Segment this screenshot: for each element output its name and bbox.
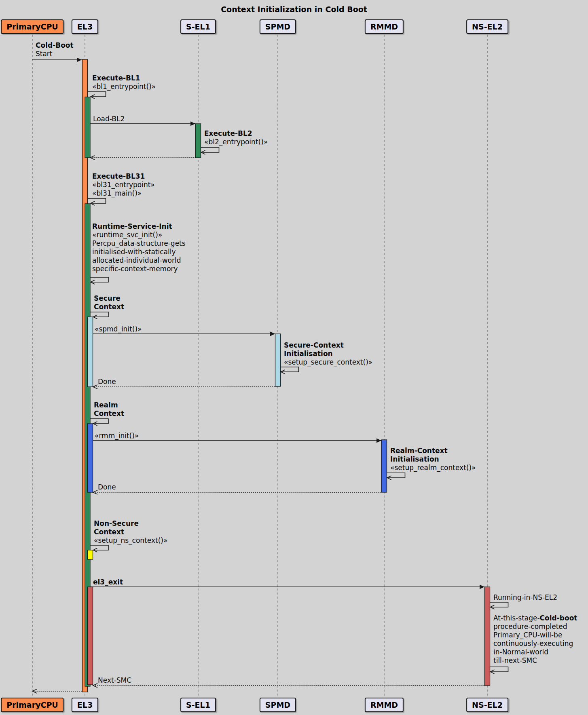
label-spmd-init: «spmd_init()» — [95, 325, 142, 333]
label-non-secure-context: Non-SecureContext«setup_ns_context()» — [94, 519, 167, 545]
participant-top-EL3: EL3 — [72, 19, 98, 34]
participant-bottom-RMMD: RMMD — [365, 698, 404, 712]
label-rmm-init: «rmm_init()» — [95, 432, 139, 440]
self-message-running-in-ns-el2 — [490, 602, 508, 607]
participant-top-PrimaryCPU: PrimaryCPU — [1, 19, 63, 34]
label-done-realm: Done — [98, 483, 116, 491]
arrowhead-rmm-init — [376, 439, 381, 443]
self-message-secure-context-initialisation — [281, 367, 299, 372]
activation-bar-NS-EL2-10 — [485, 587, 490, 685]
diagram-title: Context Initialization in Cold Boot — [0, 5, 588, 14]
arrowhead-return-to-primary-cpu — [32, 689, 37, 693]
arrowhead-load-bl2 — [190, 122, 195, 126]
self-message-non-secure-context — [90, 545, 108, 550]
label-execute-bl31: Execute-BL31«bl31_entrypoint»«bl31_main(… — [92, 172, 155, 198]
self-message-execute-bl31 — [88, 198, 106, 203]
label-realm-context-initialisation: Realm-ContextInitialisation«setup_realm_… — [390, 447, 476, 472]
activation-bar-EL3-5 — [88, 550, 93, 559]
arrowhead-spmd-init — [270, 332, 275, 336]
participant-bottom-S-EL1: S-EL1 — [180, 698, 216, 712]
participant-top-SPMD: SPMD — [260, 19, 296, 34]
sequence-diagram-canvas: Context Initialization in Cold Boot Prim… — [0, 0, 588, 715]
label-execute-bl1: Execute-BL1«bl1_entrypoint()» — [92, 74, 156, 91]
participant-bottom-NS-EL2: NS-EL2 — [466, 698, 508, 712]
participant-bottom-EL3: EL3 — [72, 698, 98, 712]
label-cold-boot-start: Cold-BootStart — [36, 41, 74, 58]
activation-bar-EL3-3 — [88, 317, 93, 387]
participant-top-S-EL1: S-EL1 — [180, 19, 216, 34]
label-next-smc: Next-SMC — [98, 676, 131, 685]
self-message-cold-boot-completed-note — [490, 667, 508, 672]
label-running-in-ns-el2: Running-in-NS-EL2 — [493, 593, 557, 602]
self-message-realm-context-initialisation — [387, 473, 405, 478]
activation-bar-S-EL1-7 — [196, 124, 201, 158]
self-message-runtime-service-init — [90, 277, 108, 282]
participant-top-RMMD: RMMD — [365, 19, 404, 34]
label-secure-context-initialisation: Secure-ContextInitialisation«setup_secur… — [284, 341, 372, 367]
activation-bar-RMMD-9 — [382, 440, 387, 492]
label-secure-context: SecureContext — [94, 294, 124, 311]
participant-bottom-SPMD: SPMD — [260, 698, 296, 712]
arrowhead-el3-exit — [480, 585, 484, 589]
activation-bar-EL3-6 — [88, 587, 93, 685]
self-message-realm-context — [90, 419, 108, 424]
activation-bar-EL3-4 — [88, 424, 93, 492]
arrowhead-next-smc — [93, 683, 97, 688]
participant-bottom-PrimaryCPU: PrimaryCPU — [1, 698, 63, 712]
participant-top-NS-EL2: NS-EL2 — [466, 19, 508, 34]
activation-bar-SPMD-8 — [275, 334, 281, 386]
label-runtime-service-init: Runtime-Service-Init«runtime_svc_init()»… — [92, 222, 186, 273]
self-message-secure-context — [90, 312, 108, 317]
label-cold-boot-completed-note: At-this-stage-Cold-bootprocedure-complet… — [493, 614, 577, 665]
label-load-bl2: Load-BL2 — [93, 115, 125, 123]
label-done-secure: Done — [98, 378, 116, 386]
activation-bar-EL3-1 — [85, 97, 90, 158]
self-message-execute-bl1 — [88, 92, 106, 97]
arrowhead-cold-boot-start — [77, 58, 82, 62]
label-execute-bl2: Execute-BL2«bl2_entrypoint()» — [204, 129, 268, 146]
label-el3-exit: el3_exit — [93, 578, 123, 586]
self-message-execute-bl2 — [201, 148, 219, 152]
label-realm-context: RealmContext — [94, 401, 124, 418]
